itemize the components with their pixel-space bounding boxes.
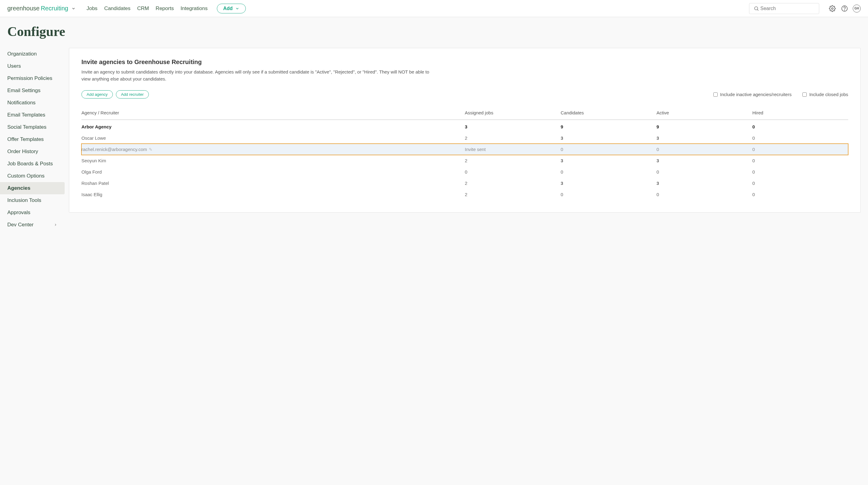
cell-candidates[interactable]: 9 bbox=[561, 120, 656, 133]
table-row[interactable]: Olga Ford0000 bbox=[82, 166, 848, 178]
sidebar-item-email-templates[interactable]: Email Templates bbox=[0, 109, 65, 121]
sidebar-item-dev-center[interactable]: Dev Center bbox=[0, 219, 65, 231]
cell-assigned: 3 bbox=[465, 120, 561, 133]
cell-assigned: 2 bbox=[465, 189, 561, 200]
section-description: Invite an agency to submit candidates di… bbox=[82, 69, 435, 82]
sidebar-item-label: Inclusion Tools bbox=[7, 198, 41, 204]
controls-row: Add agency Add recruiter Include inactiv… bbox=[82, 90, 848, 98]
logo-text-a: greenhouse bbox=[7, 5, 40, 12]
th-agency: Agency / Recruiter bbox=[82, 106, 465, 120]
th-assigned: Assigned jobs bbox=[465, 106, 561, 120]
search-box[interactable] bbox=[749, 3, 819, 14]
cell-hired: 0 bbox=[752, 178, 848, 189]
help-icon[interactable] bbox=[841, 5, 848, 12]
nav-crm[interactable]: CRM bbox=[137, 5, 149, 11]
gear-icon[interactable] bbox=[828, 5, 836, 12]
sidebar-item-users[interactable]: Users bbox=[0, 60, 65, 72]
cell-candidates[interactable]: 3 bbox=[561, 155, 656, 166]
sidebar-item-label: Email Settings bbox=[7, 88, 40, 94]
cell-active[interactable]: 3 bbox=[657, 155, 752, 166]
cell-active: 0 bbox=[657, 144, 752, 155]
sidebar-item-notifications[interactable]: Notifications bbox=[0, 97, 65, 109]
sidebar-item-approvals[interactable]: Approvals bbox=[0, 207, 65, 219]
sidebar-item-email-settings[interactable]: Email Settings bbox=[0, 85, 65, 97]
pencil-icon[interactable]: ✎ bbox=[149, 147, 153, 152]
include-inactive-checkbox[interactable]: Include inactive agencies/recruiters bbox=[713, 92, 792, 97]
sidebar-item-order-history[interactable]: Order History bbox=[0, 146, 65, 158]
sidebar-item-label: Email Templates bbox=[7, 112, 45, 118]
cell-name: Oscar Lowe bbox=[82, 132, 465, 144]
cell-candidates[interactable]: 3 bbox=[561, 178, 656, 189]
cell-assigned: 2 bbox=[465, 155, 561, 166]
table-row[interactable]: Oscar Lowe2330 bbox=[82, 132, 848, 144]
nav-candidates[interactable]: Candidates bbox=[104, 5, 130, 11]
svg-line-1 bbox=[757, 9, 758, 10]
sidebar-item-agencies[interactable]: Agencies bbox=[0, 182, 65, 194]
table-row[interactable]: Arbor Agency3990 bbox=[82, 120, 848, 133]
nav-links: Jobs Candidates CRM Reports Integrations bbox=[87, 5, 208, 11]
sidebar-item-social-templates[interactable]: Social Templates bbox=[0, 121, 65, 133]
include-closed-input[interactable] bbox=[802, 92, 807, 97]
agencies-table: Agency / Recruiter Assigned jobs Candida… bbox=[82, 106, 848, 200]
avatar[interactable]: GH bbox=[853, 5, 861, 12]
cell-name: Seoyun Kim bbox=[82, 155, 465, 166]
nav-jobs[interactable]: Jobs bbox=[87, 5, 98, 11]
cell-active[interactable]: 3 bbox=[657, 178, 752, 189]
cell-name: Roshan Patel bbox=[82, 178, 465, 189]
cell-active: 0 bbox=[657, 166, 752, 178]
cell-active[interactable]: 9 bbox=[657, 120, 752, 133]
sidebar-item-label: Approvals bbox=[7, 210, 31, 216]
sidebar-item-permission-policies[interactable]: Permission Policies bbox=[0, 72, 65, 85]
table-row[interactable]: rachel.renick@arboragency.com✎Invite sen… bbox=[82, 144, 848, 155]
search-icon bbox=[752, 5, 760, 12]
include-closed-checkbox[interactable]: Include closed jobs bbox=[802, 92, 848, 97]
include-inactive-input[interactable] bbox=[713, 92, 718, 97]
logo-dropdown[interactable]: greenhouse Recruiting bbox=[7, 5, 75, 12]
sidebar-item-custom-options[interactable]: Custom Options bbox=[0, 170, 65, 182]
include-closed-label: Include closed jobs bbox=[809, 92, 848, 97]
nav-integrations[interactable]: Integrations bbox=[181, 5, 208, 11]
cell-assigned: 2 bbox=[465, 178, 561, 189]
nav-reports[interactable]: Reports bbox=[156, 5, 174, 11]
sidebar-item-label: Users bbox=[7, 63, 21, 69]
chevron-right-icon bbox=[54, 223, 57, 226]
sidebar-item-offer-templates[interactable]: Offer Templates bbox=[0, 133, 65, 146]
cell-name: Olga Ford bbox=[82, 166, 465, 178]
sidebar-item-label: Job Boards & Posts bbox=[7, 161, 53, 167]
section-title: Invite agencies to Greenhouse Recruiting bbox=[82, 59, 848, 66]
sidebar-item-label: Agencies bbox=[7, 185, 31, 191]
th-active: Active bbox=[657, 106, 752, 120]
cell-candidates: 0 bbox=[561, 189, 656, 200]
cell-hired: 0 bbox=[752, 144, 848, 155]
sidebar-item-label: Offer Templates bbox=[7, 137, 43, 143]
sidebar-item-job-boards-posts[interactable]: Job Boards & Posts bbox=[0, 158, 65, 170]
cell-candidates[interactable]: 3 bbox=[561, 132, 656, 144]
cell-assigned: 0 bbox=[465, 166, 561, 178]
cell-hired: 0 bbox=[752, 120, 848, 133]
cell-hired: 0 bbox=[752, 155, 848, 166]
table-row[interactable]: Seoyun Kim2330 bbox=[82, 155, 848, 166]
sidebar-item-label: Custom Options bbox=[7, 173, 44, 179]
sidebar-item-organization[interactable]: Organization bbox=[0, 48, 65, 60]
sidebar-item-label: Dev Center bbox=[7, 222, 34, 228]
cell-active[interactable]: 3 bbox=[657, 132, 752, 144]
main-panel: Invite agencies to Greenhouse Recruiting… bbox=[69, 48, 861, 213]
table-row[interactable]: Roshan Patel2330 bbox=[82, 178, 848, 189]
add-agency-button[interactable]: Add agency bbox=[82, 90, 113, 98]
topbar-icons: GH bbox=[828, 5, 861, 12]
chevron-down-icon bbox=[71, 6, 75, 11]
sidebar-item-label: Order History bbox=[7, 149, 38, 155]
add-recruiter-button[interactable]: Add recruiter bbox=[116, 90, 149, 98]
cell-hired: 0 bbox=[752, 189, 848, 200]
cell-assigned: 2 bbox=[465, 132, 561, 144]
add-button-label: Add bbox=[223, 6, 233, 11]
sidebar-item-label: Social Templates bbox=[7, 124, 46, 130]
table-header-row: Agency / Recruiter Assigned jobs Candida… bbox=[82, 106, 848, 120]
cell-candidates: 0 bbox=[561, 166, 656, 178]
table-row[interactable]: Isaac Ellig2000 bbox=[82, 189, 848, 200]
svg-point-0 bbox=[754, 7, 758, 10]
sidebar-item-label: Organization bbox=[7, 51, 37, 57]
search-input[interactable] bbox=[760, 6, 815, 11]
add-button[interactable]: Add bbox=[217, 4, 246, 13]
sidebar-item-inclusion-tools[interactable]: Inclusion Tools bbox=[0, 194, 65, 207]
